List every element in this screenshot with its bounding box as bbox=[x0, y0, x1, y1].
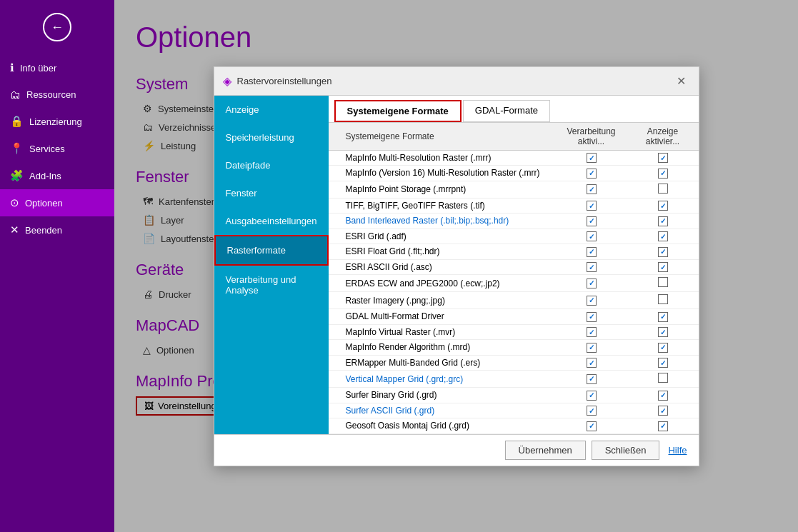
row-verarbeitung[interactable] bbox=[556, 198, 627, 214]
row-anzeige[interactable] bbox=[627, 418, 699, 434]
dialog-nav-speicherleistung[interactable]: Speicherleistung bbox=[214, 124, 329, 151]
table-row[interactable]: ERDAS ECW and JPEG2000 (.ecw;.jp2) bbox=[329, 275, 699, 292]
dialog-nav-dateipfade[interactable]: Dateipfade bbox=[214, 151, 329, 179]
row-anzeige[interactable] bbox=[627, 198, 699, 214]
dialog-nav-fenster[interactable]: Fenster bbox=[214, 179, 329, 207]
row-check bbox=[329, 244, 340, 260]
sidebar-item-optionen[interactable]: ⊙ Optionen bbox=[0, 189, 114, 216]
row-anzeige[interactable] bbox=[627, 403, 699, 418]
dialog-nav-anzeige[interactable]: Anzeige bbox=[214, 96, 329, 124]
table-row[interactable]: Raster Imagery (.png;.jpg) bbox=[329, 292, 699, 309]
row-check bbox=[329, 198, 340, 214]
row-anzeige[interactable] bbox=[627, 340, 699, 356]
table-row[interactable]: ERMapper Multi-Banded Grid (.ers) bbox=[329, 355, 699, 371]
row-verarbeitung[interactable] bbox=[556, 324, 627, 340]
row-verarbeitung[interactable] bbox=[556, 214, 627, 229]
sidebar-item-label: Beenden bbox=[25, 225, 62, 236]
tab-gdal-formate[interactable]: GDAL-Formate bbox=[463, 100, 550, 122]
tab-systemeigene-formate[interactable]: Systemeigene Formate bbox=[334, 100, 462, 122]
row-anzeige[interactable] bbox=[627, 214, 699, 229]
dialog-table-container: Systemeigene Formate Verarbeitung aktivi… bbox=[329, 123, 699, 434]
sidebar-item-ressourcen[interactable]: 🗂 Ressourcen bbox=[0, 81, 114, 108]
row-verarbeitung[interactable] bbox=[556, 275, 627, 292]
ubernehmen-button[interactable]: Übernehmen bbox=[505, 441, 586, 460]
row-anzeige[interactable] bbox=[627, 244, 699, 260]
row-check bbox=[329, 403, 340, 418]
row-anzeige[interactable] bbox=[627, 166, 699, 181]
sidebar-item-addins[interactable]: 🧩 Add-Ins bbox=[0, 162, 114, 189]
table-row[interactable]: MapInfo Virtual Raster (.mvr) bbox=[329, 324, 699, 340]
table-row[interactable]: Band Interleaved Raster (.bil;.bip;.bsq;… bbox=[329, 214, 699, 229]
back-button[interactable]: ← bbox=[0, 0, 114, 54]
row-verarbeitung[interactable] bbox=[556, 244, 627, 260]
table-row[interactable]: MapInfo Point Storage (.mrrpnt) bbox=[329, 181, 699, 198]
table-row[interactable]: MapInfo Multi-Resolution Raster (.mrr) bbox=[329, 150, 699, 166]
row-check bbox=[329, 388, 340, 403]
dialog-close-button[interactable]: ✕ bbox=[672, 73, 690, 89]
ressourcen-icon: 🗂 bbox=[10, 89, 21, 101]
row-name: Surfer Binary Grid (.grd) bbox=[340, 388, 556, 403]
table-row[interactable]: ESRI ASCII Grid (.asc) bbox=[329, 259, 699, 275]
row-verarbeitung[interactable] bbox=[556, 340, 627, 356]
back-circle-icon[interactable]: ← bbox=[43, 13, 71, 41]
row-verarbeitung[interactable] bbox=[556, 150, 627, 166]
row-anzeige[interactable] bbox=[627, 229, 699, 244]
row-verarbeitung[interactable] bbox=[556, 259, 627, 275]
table-row[interactable]: Geosoft Oasis Montaj Grid (.grd) bbox=[329, 418, 699, 434]
table-row[interactable]: ESRI Float Grid (.flt;.hdr) bbox=[329, 244, 699, 260]
sidebar-item-label: Services bbox=[29, 144, 65, 154]
row-anzeige[interactable] bbox=[627, 324, 699, 340]
lizenzierung-icon: 🔒 bbox=[10, 115, 24, 128]
table-row[interactable]: ESRI Grid (.adf) bbox=[329, 229, 699, 244]
row-check bbox=[329, 418, 340, 434]
table-row[interactable]: TIFF, BigTIFF, GeoTIFF Rasters (.tif) bbox=[329, 198, 699, 214]
dialog-nav-verarbeitung[interactable]: Verarbeitung und Analyse bbox=[214, 266, 329, 304]
row-anzeige[interactable] bbox=[627, 355, 699, 371]
row-check bbox=[329, 166, 340, 181]
row-anzeige[interactable] bbox=[627, 259, 699, 275]
row-anzeige[interactable] bbox=[627, 181, 699, 198]
sidebar-item-label: Add-Ins bbox=[29, 171, 61, 181]
schliessen-button[interactable]: Schließen bbox=[592, 441, 660, 460]
row-verarbeitung[interactable] bbox=[556, 229, 627, 244]
sidebar-item-label: Info über bbox=[20, 63, 56, 74]
table-row[interactable]: Vertical Mapper Grid (.grd;.grc) bbox=[329, 371, 699, 388]
table-row[interactable]: Surfer Binary Grid (.grd) bbox=[329, 388, 699, 403]
dialog-overlay: ◈ Rastervoreinstellungen ✕ Anzeige Speic… bbox=[114, 0, 798, 532]
row-anzeige[interactable] bbox=[627, 275, 699, 292]
row-verarbeitung[interactable] bbox=[556, 166, 627, 181]
table-row[interactable]: MapInfo Render Algorithm (.mrd) bbox=[329, 340, 699, 356]
row-verarbeitung[interactable] bbox=[556, 355, 627, 371]
row-anzeige[interactable] bbox=[627, 309, 699, 325]
services-icon: 📍 bbox=[10, 142, 24, 155]
sidebar-item-label: Lizenzierung bbox=[29, 116, 82, 127]
row-check bbox=[329, 181, 340, 198]
sidebar-item-info[interactable]: ℹ Info über bbox=[0, 54, 114, 81]
row-verarbeitung[interactable] bbox=[556, 181, 627, 198]
row-verarbeitung[interactable] bbox=[556, 292, 627, 309]
row-anzeige[interactable] bbox=[627, 150, 699, 166]
dialog-nav-ausgabeeinstellungen[interactable]: Ausgabeeinstellungen bbox=[214, 207, 329, 235]
table-row[interactable]: Surfer ASCII Grid (.grd) bbox=[329, 403, 699, 418]
row-anzeige[interactable] bbox=[627, 292, 699, 309]
table-row[interactable]: MapInfo (Version 16) Multi-Resolution Ra… bbox=[329, 166, 699, 181]
row-name: Band Interleaved Raster (.bil;.bip;.bsq;… bbox=[340, 214, 556, 229]
sidebar-item-services[interactable]: 📍 Services bbox=[0, 135, 114, 162]
sidebar-item-lizenzierung[interactable]: 🔒 Lizenzierung bbox=[0, 108, 114, 135]
sidebar-item-beenden[interactable]: ✕ Beenden bbox=[0, 216, 114, 244]
row-anzeige[interactable] bbox=[627, 388, 699, 403]
row-verarbeitung[interactable] bbox=[556, 309, 627, 325]
row-check bbox=[329, 275, 340, 292]
hilfe-button[interactable]: Hilfe bbox=[665, 441, 689, 460]
row-anzeige[interactable] bbox=[627, 371, 699, 388]
dialog-nav-rasterformate[interactable]: Rasterformate bbox=[214, 235, 329, 266]
sidebar-item-label: Ressourcen bbox=[26, 89, 76, 100]
row-name: MapInfo Multi-Resolution Raster (.mrr) bbox=[340, 150, 556, 166]
table-row[interactable]: GDAL Multi-Format Driver bbox=[329, 309, 699, 325]
row-name: Raster Imagery (.png;.jpg) bbox=[340, 292, 556, 309]
row-verarbeitung[interactable] bbox=[556, 418, 627, 434]
row-verarbeitung[interactable] bbox=[556, 371, 627, 388]
info-icon: ℹ bbox=[10, 61, 14, 74]
row-verarbeitung[interactable] bbox=[556, 403, 627, 418]
row-verarbeitung[interactable] bbox=[556, 388, 627, 403]
